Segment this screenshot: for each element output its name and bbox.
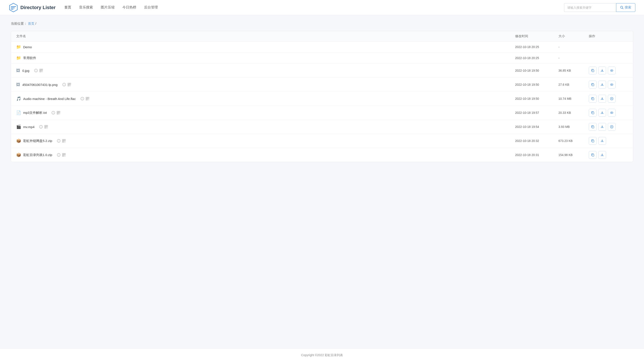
size-cell: - [558,45,589,49]
main-content: 当前位置： 首页 / 文件名 修改时间 大小 操作 📁 Demo 2022-10… [0,15,644,348]
svg-text:i: i [36,69,36,72]
table-row: 📦 彩虹目录列表1.0.zip i [11,148,633,162]
copy-button[interactable] [589,123,596,131]
qr-icon[interactable] [40,69,43,72]
footer-text: Copyright ©2022 彩虹目录列表 [301,353,343,357]
qr-icon[interactable] [68,83,71,86]
file-name[interactable]: 45047061007431-lp.png [22,83,58,87]
copy-button[interactable] [589,95,596,103]
svg-rect-15 [42,71,43,71]
svg-rect-18 [592,70,594,72]
svg-rect-106 [592,154,594,156]
folder-icon: 📁 [16,56,21,60]
svg-rect-17 [42,72,43,72]
svg-rect-91 [64,142,64,142]
svg-rect-42 [88,98,88,98]
file-name[interactable]: 彩虹外链网盘5.2.zip [23,139,52,143]
file-name[interactable]: 0.jpg [22,69,30,72]
download-button[interactable] [598,81,606,88]
file-icon: 🎬 [16,124,21,129]
nav-image[interactable]: 图片压缩 [101,4,114,10]
download-button[interactable] [598,123,606,131]
info-icon[interactable]: i [57,139,60,143]
file-icon: 📦 [16,153,21,157]
svg-rect-73 [45,127,46,128]
file-inline-actions: i [39,125,48,129]
search-input[interactable] [564,3,616,12]
svg-rect-26 [68,84,69,84]
download-button[interactable] [598,137,606,145]
file-name[interactable]: Demo [23,45,32,49]
svg-rect-44 [88,99,88,99]
svg-text:i: i [53,112,54,114]
svg-rect-30 [70,85,71,85]
download-button[interactable] [598,109,606,117]
svg-rect-1 [11,6,16,7]
breadcrumb-separator: / [35,22,36,25]
nav-hot[interactable]: 今日热榜 [122,4,136,10]
download-button[interactable] [598,151,606,159]
qr-icon[interactable] [62,153,66,157]
header: Directory Lister 首页 音乐搜索 图片压缩 今日热榜 后台管理 … [0,0,644,15]
preview-button[interactable] [608,81,616,88]
file-name[interactable]: Audio machine - Breath And Life.flac [23,97,76,101]
file-name[interactable]: mv.mp4 [23,125,34,129]
file-name[interactable]: 彩虹目录列表1.0.zip [23,153,52,157]
svg-text:i: i [64,84,64,86]
file-inline-actions: i [34,69,43,72]
date-cell: 2022-10-18 19:54 [515,125,558,129]
search-button[interactable]: 搜索 [616,3,635,12]
play-button[interactable] [608,123,616,131]
ops-cell [589,123,628,131]
info-icon[interactable]: i [34,69,38,72]
qr-icon[interactable] [44,125,48,129]
size-cell: 10.74 MB [558,97,589,100]
file-name[interactable]: 常用软件 [23,56,36,60]
file-name[interactable]: mp3文件解析.txt [23,111,47,115]
preview-button[interactable] [608,67,616,74]
ops-cell [589,67,628,74]
size-cell: 27.6 KB [558,83,589,86]
nav-home[interactable]: 首页 [64,4,71,10]
info-icon[interactable]: i [39,125,43,129]
qr-icon[interactable] [62,139,66,143]
logo-icon [9,3,18,12]
info-icon[interactable]: i [57,153,60,157]
svg-rect-48 [592,98,594,100]
file-inline-actions: i [57,153,66,157]
svg-rect-60 [60,113,60,113]
file-icon: 📦 [16,139,21,143]
date-cell: 2022-10-18 20:25 [515,45,558,49]
nav-music[interactable]: 音乐搜索 [79,4,93,10]
copy-button[interactable] [589,151,596,159]
breadcrumb-home[interactable]: 首页 [28,22,34,25]
file-name-cell: 📦 彩虹目录列表1.0.zip i [16,153,515,157]
date-cell: 2022-10-18 20:25 [515,56,558,60]
svg-marker-50 [612,98,612,99]
nav-admin[interactable]: 后台管理 [144,4,158,10]
col-name: 文件名 [16,34,515,38]
svg-rect-56 [58,112,58,112]
copy-button[interactable] [589,81,596,88]
info-icon[interactable]: i [52,111,55,114]
download-button[interactable] [598,95,606,103]
svg-rect-41 [86,98,87,98]
copy-button[interactable] [589,109,596,117]
size-cell: 20.33 KB [558,111,589,114]
qr-icon[interactable] [57,111,60,114]
copy-button[interactable] [589,137,596,145]
svg-rect-92 [65,142,66,142]
copy-button[interactable] [589,67,596,74]
download-button[interactable] [598,67,606,74]
play-button[interactable] [608,95,616,103]
svg-rect-14 [41,71,42,71]
info-icon[interactable]: i [62,83,66,86]
svg-rect-46 [88,100,88,100]
svg-rect-27 [70,84,70,84]
svg-text:i: i [41,126,41,128]
table-row: 📦 彩虹外链网盘5.2.zip i [11,134,633,148]
preview-button[interactable] [608,109,616,117]
qr-icon[interactable] [86,97,89,100]
info-icon[interactable]: i [80,97,84,100]
file-name-cell: 🎬 mv.mp4 i [16,124,515,129]
